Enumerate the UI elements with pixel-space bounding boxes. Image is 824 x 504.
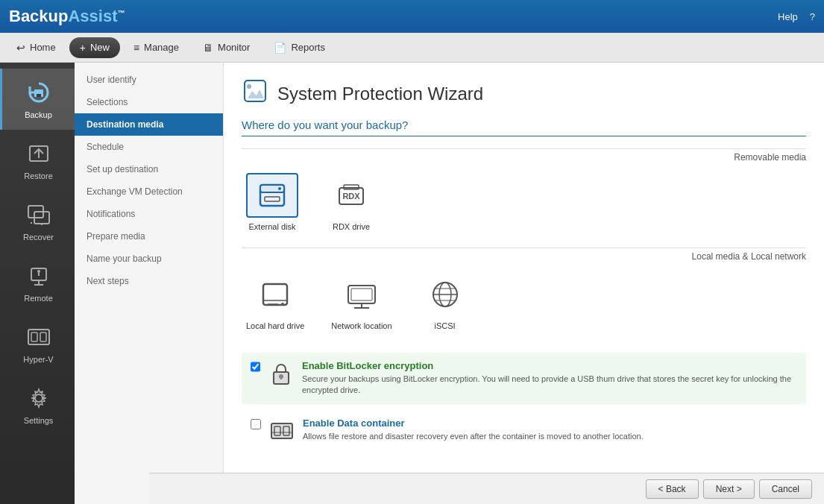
sidebar-item-restore[interactable]: Restore bbox=[0, 130, 75, 191]
help-link[interactable]: Help bbox=[778, 11, 798, 22]
iscsi-label: iSCSI bbox=[435, 321, 456, 330]
network-location-label: Network location bbox=[331, 321, 391, 330]
main-layout: Backup Restore Recover bbox=[0, 63, 824, 504]
step-user-identity[interactable]: User identify bbox=[75, 69, 223, 91]
sidebar-hyperv-label: Hyper-V bbox=[23, 355, 53, 364]
step-destination-media[interactable]: Destination media bbox=[75, 113, 223, 136]
content-area: System Protection Wizard Where do you wa… bbox=[224, 63, 824, 504]
media-option-external-disk[interactable]: External disk bbox=[242, 168, 303, 236]
data-container-checkbox[interactable] bbox=[251, 419, 261, 429]
step-prepare-media[interactable]: Prepare media bbox=[75, 225, 223, 248]
svg-point-21 bbox=[278, 187, 281, 190]
local-media-label: Local media & Local network bbox=[242, 248, 806, 262]
logo-assist: Assist bbox=[68, 7, 117, 25]
svg-rect-15 bbox=[40, 333, 46, 341]
svg-rect-33 bbox=[351, 289, 372, 300]
nav-reports-label: Reports bbox=[291, 42, 325, 53]
removable-media-label: Removable media bbox=[242, 148, 806, 163]
back-button[interactable]: < Back bbox=[646, 479, 699, 499]
rdx-drive-icon-box: RDX bbox=[325, 173, 377, 218]
step-exchange-vm-detection[interactable]: Exchange VM Detection bbox=[75, 180, 223, 203]
reports-icon: 📄 bbox=[274, 42, 286, 54]
data-container-text: Enable Data container Allows file restor… bbox=[303, 418, 644, 442]
nav-monitor[interactable]: 🖥 Monitor bbox=[192, 37, 260, 58]
sidebar-item-recover[interactable]: Recover bbox=[0, 191, 75, 252]
nav-home-label: Home bbox=[30, 42, 56, 53]
new-icon: + bbox=[80, 42, 86, 54]
rdx-drive-label: RDX drive bbox=[333, 222, 370, 231]
nav-home[interactable]: ↩ Home bbox=[6, 37, 66, 58]
backup-icon bbox=[25, 79, 52, 106]
top-bar-right: Help ? bbox=[778, 11, 815, 22]
local-hard-drive-label: Local hard drive bbox=[246, 321, 304, 330]
svg-point-12 bbox=[37, 270, 40, 273]
steps-sidebar: User identify Selections Destination med… bbox=[75, 63, 224, 504]
step-selections[interactable]: Selections bbox=[75, 91, 223, 113]
cancel-button[interactable]: Cancel bbox=[759, 479, 812, 499]
restore-icon bbox=[25, 140, 52, 167]
media-option-network-location[interactable]: Network location bbox=[327, 268, 396, 335]
svg-rect-22 bbox=[265, 197, 280, 201]
iscsi-icon-box bbox=[419, 272, 471, 317]
logo-backup: Backup bbox=[9, 7, 68, 25]
nav-manage[interactable]: ≡ Manage bbox=[123, 37, 189, 58]
nav-bar: ↩ Home + New ≡ Manage 🖥 Monitor 📄 Report… bbox=[0, 33, 824, 63]
data-container-icon bbox=[268, 418, 295, 450]
sidebar-backup-label: Backup bbox=[25, 110, 52, 119]
step-notifications[interactable]: Notifications bbox=[75, 203, 223, 225]
media-option-local-hard-drive[interactable]: Local hard drive bbox=[242, 268, 309, 335]
step-set-up-destination[interactable]: Set up destination bbox=[75, 158, 223, 180]
top-bar: BackupAssist™ Help ? bbox=[0, 0, 824, 33]
encryption-section: Enable BitLocker encryption Secure your … bbox=[242, 353, 806, 463]
wizard-icon bbox=[242, 78, 268, 110]
step-schedule[interactable]: Schedule bbox=[75, 136, 223, 158]
remote-icon bbox=[25, 262, 52, 289]
manage-icon: ≡ bbox=[133, 42, 139, 54]
bitlocker-checkbox[interactable] bbox=[251, 362, 260, 372]
local-hard-drive-icon-box bbox=[249, 272, 301, 317]
local-hard-drive-icon bbox=[257, 277, 293, 312]
step-name-your-backup[interactable]: Name your backup bbox=[75, 248, 223, 270]
sidebar-item-backup[interactable]: Backup bbox=[0, 69, 75, 130]
settings-icon bbox=[25, 385, 52, 412]
data-container-description: Allows file restore and disaster recover… bbox=[303, 431, 644, 442]
monitor-icon: 🖥 bbox=[203, 42, 213, 54]
local-media-row: Local hard drive Network locati bbox=[242, 268, 806, 335]
step-next-steps[interactable]: Next steps bbox=[75, 270, 223, 292]
app-logo: BackupAssist™ bbox=[9, 7, 125, 26]
logo-tm: ™ bbox=[118, 9, 125, 17]
sidebar-recover-label: Recover bbox=[23, 233, 54, 242]
removable-media-row: External disk RDX RDX drive bbox=[242, 168, 806, 236]
next-button[interactable]: Next > bbox=[703, 479, 755, 499]
help-icon[interactable]: ? bbox=[810, 11, 815, 22]
home-icon: ↩ bbox=[16, 42, 25, 54]
wizard-header: System Protection Wizard bbox=[242, 78, 806, 110]
network-location-icon-box bbox=[336, 272, 388, 317]
wizard-question: Where do you want your backup? bbox=[242, 119, 806, 136]
nav-manage-label: Manage bbox=[144, 42, 179, 53]
external-disk-label: External disk bbox=[249, 222, 296, 231]
sidebar-item-hyperv[interactable]: Hyper-V bbox=[0, 313, 75, 374]
svg-rect-26 bbox=[263, 284, 287, 305]
network-location-icon bbox=[344, 277, 380, 312]
media-option-iscsi[interactable]: iSCSI bbox=[415, 268, 476, 335]
nav-monitor-label: Monitor bbox=[218, 42, 250, 53]
iscsi-icon bbox=[427, 277, 463, 312]
data-container-title: Enable Data container bbox=[303, 418, 644, 429]
hyperv-icon bbox=[25, 324, 52, 350]
sidebar-settings-label: Settings bbox=[24, 416, 54, 425]
nav-reports[interactable]: 📄 Reports bbox=[263, 37, 336, 58]
sidebar-item-settings[interactable]: Settings bbox=[0, 374, 75, 435]
svg-rect-14 bbox=[31, 333, 37, 341]
bitlocker-title: Enable BitLocker encryption bbox=[302, 360, 797, 371]
bitlocker-description: Secure your backups using BitLocker encr… bbox=[302, 374, 797, 397]
nav-new[interactable]: + New bbox=[69, 37, 120, 58]
media-option-rdx-drive[interactable]: RDX RDX drive bbox=[321, 168, 382, 236]
svg-rect-1 bbox=[37, 94, 41, 97]
svg-point-28 bbox=[281, 303, 284, 306]
bitlocker-icon bbox=[268, 360, 295, 392]
bitlocker-text: Enable BitLocker encryption Secure your … bbox=[302, 360, 797, 397]
external-disk-icon-box bbox=[246, 173, 298, 218]
sidebar-item-remote[interactable]: Remote bbox=[0, 252, 75, 313]
data-container-option: Enable Data container Allows file restor… bbox=[242, 410, 806, 457]
